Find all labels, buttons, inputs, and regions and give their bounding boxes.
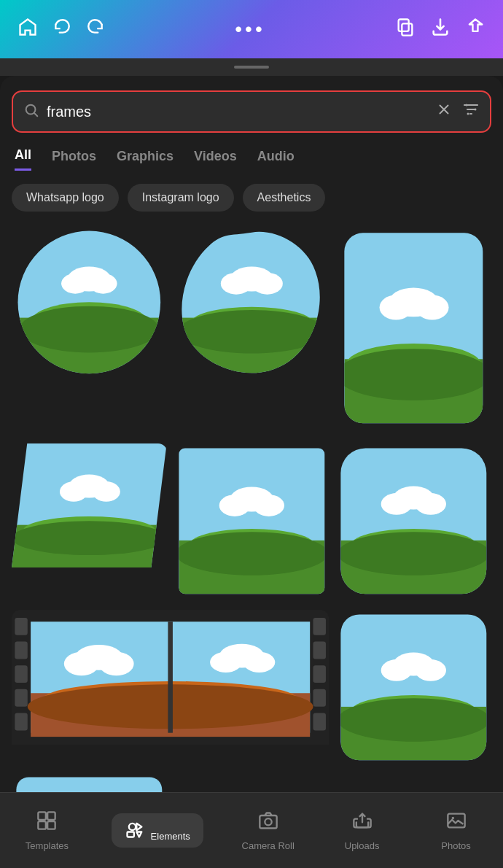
frame-circle[interactable] [12,225,167,432]
svg-point-24 [336,349,491,400]
svg-rect-92 [48,812,56,820]
svg-rect-93 [39,821,47,829]
svg-point-10 [20,306,159,353]
svg-point-97 [265,818,271,825]
svg-point-40 [176,532,327,576]
nav-templates-label: Templates [26,840,69,851]
templates-icon [36,810,57,836]
frame-grid-row2 [12,443,491,599]
svg-rect-60 [313,665,326,683]
svg-rect-1 [399,20,409,31]
tab-audio[interactable]: Audio [257,149,295,170]
nav-camera-roll[interactable]: Camera Roll [239,810,297,851]
pill-instagram[interactable]: Instagram logo [128,184,234,212]
svg-rect-94 [48,821,56,829]
filter-icon[interactable] [462,101,480,123]
svg-rect-91 [39,812,47,820]
top-bar-right [395,17,486,42]
frame-rounded-2[interactable] [336,443,491,599]
nav-uploads[interactable]: Uploads [333,810,391,851]
svg-rect-61 [313,689,326,707]
home-icon[interactable] [17,17,38,42]
clear-search-icon[interactable] [436,101,452,122]
undo-icon[interactable] [52,18,71,41]
search-icon [23,102,39,122]
top-bar-left [17,17,105,42]
svg-point-18 [220,273,252,295]
uploads-icon [352,810,373,836]
svg-point-32 [12,521,167,555]
nav-elements-label: Elements [151,831,190,842]
bottom-navigation: Templates Elements Camera Roll [0,792,503,868]
svg-rect-62 [313,713,326,731]
pill-whatsapp[interactable]: Whatsapp logo [12,184,119,212]
svg-point-80 [381,659,413,681]
camera-roll-icon [258,810,278,836]
svg-point-48 [338,532,489,576]
nav-photos[interactable]: Photos [427,810,486,851]
svg-point-81 [416,659,447,681]
svg-rect-57 [15,713,27,731]
more-icon[interactable]: ••• [235,18,265,41]
svg-rect-55 [15,665,27,683]
main-panel: All Photos Graphics Videos Audio Whatsap… [0,76,503,868]
svg-rect-59 [313,642,326,659]
frame-blob[interactable] [174,225,330,432]
svg-point-34 [60,481,87,502]
svg-point-43 [253,495,284,516]
svg-point-4 [475,109,477,111]
svg-point-51 [416,493,447,515]
svg-point-35 [93,481,120,502]
top-bar: ••• [0,0,503,58]
tab-videos[interactable]: Videos [194,149,237,170]
svg-rect-96 [260,815,276,829]
svg-point-69 [64,652,99,676]
svg-rect-95 [128,832,134,837]
frame-film[interactable] [12,610,329,765]
svg-point-16 [178,310,325,354]
svg-point-27 [416,295,448,319]
search-input[interactable] [47,104,436,120]
svg-rect-0 [402,23,412,35]
copy-icon[interactable] [395,17,416,42]
pill-aesthetics[interactable]: Aesthetics [243,184,326,212]
nav-camera-label: Camera Roll [242,840,295,851]
tab-all[interactable]: All [15,147,31,171]
redo-icon[interactable] [86,18,105,41]
svg-point-19 [252,273,283,295]
svg-point-12 [61,274,89,294]
svg-rect-53 [15,618,27,635]
svg-point-26 [380,295,413,319]
drag-indicator [0,58,503,76]
suggestion-pills: Whatsapp logo Instagram logo Aesthetics [12,184,491,212]
svg-rect-58 [313,618,326,635]
svg-point-42 [219,495,250,516]
svg-point-70 [99,652,134,676]
download-icon[interactable] [430,17,451,42]
svg-rect-56 [15,689,27,707]
svg-point-50 [381,493,413,515]
nav-templates[interactable]: Templates [17,810,76,851]
svg-point-72 [210,652,242,673]
drag-bar [234,66,269,69]
nav-elements[interactable]: Elements [112,813,203,848]
nav-uploads-label: Uploads [345,840,380,851]
elements-icon [125,822,150,844]
frame-rounded-3[interactable] [336,610,491,765]
svg-point-99 [451,816,454,819]
frame-rounded-1[interactable] [336,225,491,432]
nav-photos-label: Photos [441,840,470,851]
frame-diagonal[interactable] [12,443,167,599]
tab-photos[interactable]: Photos [52,149,96,170]
frame-grid-row1 [12,225,491,432]
svg-rect-67 [168,622,173,733]
svg-point-13 [89,274,117,294]
filter-tabs: All Photos Graphics Videos Audio [12,147,491,171]
search-bar[interactable] [12,90,491,133]
svg-rect-54 [15,642,27,659]
svg-point-3 [466,104,468,106]
tab-graphics[interactable]: Graphics [117,149,173,170]
svg-point-73 [243,652,276,673]
frame-square[interactable] [174,443,330,599]
share-icon[interactable] [465,17,486,42]
